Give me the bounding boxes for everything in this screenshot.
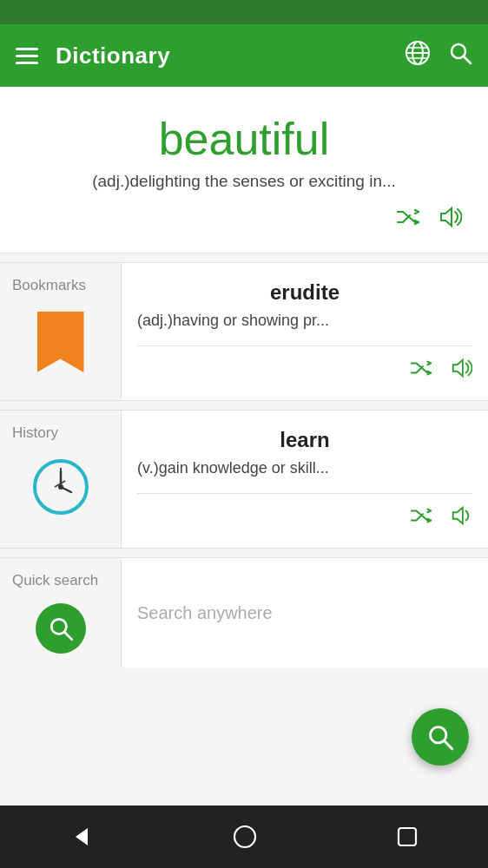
main-word: beautiful <box>17 113 471 165</box>
quick-search-placeholder[interactable]: Search anywhere <box>122 586 488 641</box>
svg-line-6 <box>464 56 471 63</box>
volume-icon[interactable] <box>438 205 462 235</box>
bookmarks-shuffle-icon[interactable] <box>410 357 432 385</box>
history-left: History <box>0 411 122 548</box>
bookmarks-definition: (adj.)having or showing pr... <box>137 312 472 330</box>
history-definition: (v.)gain knowledge or skill... <box>137 459 472 477</box>
quick-search-button[interactable] <box>36 603 86 654</box>
bookmarks-volume-icon[interactable] <box>450 357 472 385</box>
app-title: Dictionary <box>56 43 387 69</box>
svg-line-13 <box>445 741 452 749</box>
fab-search-button[interactable] <box>412 708 469 766</box>
bookmarks-word: erudite <box>137 280 472 305</box>
history-right: learn (v.)gain knowledge or skill... <box>122 411 488 548</box>
home-button[interactable] <box>232 824 258 850</box>
menu-icon[interactable] <box>16 48 38 64</box>
quick-search-section: Quick search Search anywhere <box>0 557 488 667</box>
shuffle-icon[interactable] <box>396 205 420 235</box>
bookmarks-label: Bookmarks <box>9 277 86 294</box>
quick-search-left: Quick search <box>0 558 122 667</box>
bookmark-icon[interactable] <box>37 312 84 372</box>
back-button[interactable] <box>69 824 95 850</box>
app-bar: Dictionary <box>0 24 488 87</box>
svg-point-15 <box>234 826 255 847</box>
svg-point-9 <box>58 484 63 490</box>
bookmarks-divider <box>137 345 472 346</box>
history-label: History <box>9 424 58 442</box>
history-clock-icon[interactable] <box>33 459 89 515</box>
bookmarks-left: Bookmarks <box>0 263 122 400</box>
main-actions <box>17 205 471 235</box>
main-definition: (adj.)delighting the senses or exciting … <box>17 172 471 191</box>
svg-rect-16 <box>399 828 416 845</box>
bookmarks-section: Bookmarks erudite (adj.)having or showin… <box>0 262 488 401</box>
history-volume-icon[interactable] <box>450 504 472 533</box>
search-icon[interactable] <box>448 41 472 71</box>
recents-button[interactable] <box>395 825 419 849</box>
bookmarks-actions <box>137 353 472 385</box>
history-divider <box>137 493 472 494</box>
quick-search-label: Quick search <box>9 572 98 589</box>
svg-line-11 <box>64 632 72 640</box>
history-section: History learn (v.)gain knowledge or skil… <box>0 410 488 549</box>
main-word-section: beautiful (adj.)delighting the senses or… <box>0 87 488 253</box>
bottom-nav <box>0 806 488 868</box>
history-shuffle-icon[interactable] <box>410 504 432 533</box>
history-word: learn <box>137 428 472 452</box>
bookmarks-right: erudite (adj.)having or showing pr... <box>122 263 488 400</box>
globe-icon[interactable] <box>405 40 431 72</box>
history-actions <box>137 501 472 533</box>
svg-marker-14 <box>76 828 88 845</box>
status-bar <box>0 0 488 24</box>
